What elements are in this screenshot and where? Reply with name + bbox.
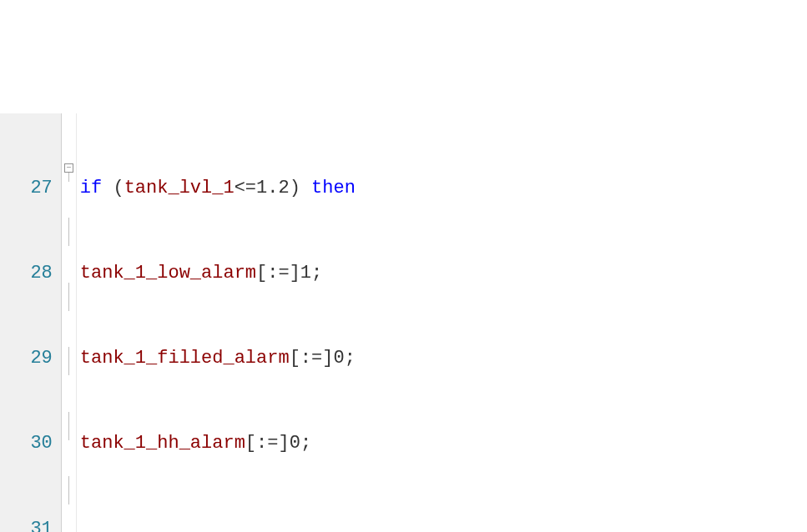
code-line[interactable]: if (tank_lvl_1<=1.2) then (80, 174, 697, 203)
code-area[interactable]: if (tank_lvl_1<=1.2) then tank_1_low_ala… (77, 113, 697, 532)
keyword-if: if (80, 178, 102, 198)
code-line[interactable]: tank_1_hh_alarm[:=]0; (80, 429, 697, 458)
line-number: 28 (8, 259, 53, 288)
identifier: tank_1_low_alarm (80, 263, 256, 284)
keyword-then: then (311, 178, 356, 198)
line-number: 30 (8, 429, 53, 458)
identifier: tank_lvl_1 (124, 178, 235, 198)
fold-guide (62, 412, 76, 440)
line-number: 27 (8, 174, 53, 203)
collapse-icon: − (64, 163, 73, 173)
line-number: 29 (8, 344, 53, 373)
fold-guide (62, 347, 76, 375)
code-editor[interactable]: 27 28 29 30 31 32 33 34 35 36 37 38 39 4… (0, 113, 807, 532)
fold-toggle[interactable]: − (62, 153, 76, 182)
identifier: tank_1_hh_alarm (80, 433, 245, 454)
identifier: tank_1_filled_alarm (80, 348, 290, 369)
fold-guide (62, 218, 76, 246)
line-number-gutter: 27 28 29 30 31 32 33 34 35 36 37 38 39 4… (0, 113, 62, 532)
code-line[interactable]: tank_1_filled_alarm[:=]0; (80, 344, 697, 373)
fold-guide (62, 283, 76, 311)
fold-guide (62, 476, 76, 504)
code-line[interactable]: tank_1_low_alarm[:=]1; (80, 259, 697, 288)
line-number: 31 (8, 515, 53, 532)
code-line[interactable] (80, 515, 697, 532)
fold-gutter: − (62, 113, 77, 532)
